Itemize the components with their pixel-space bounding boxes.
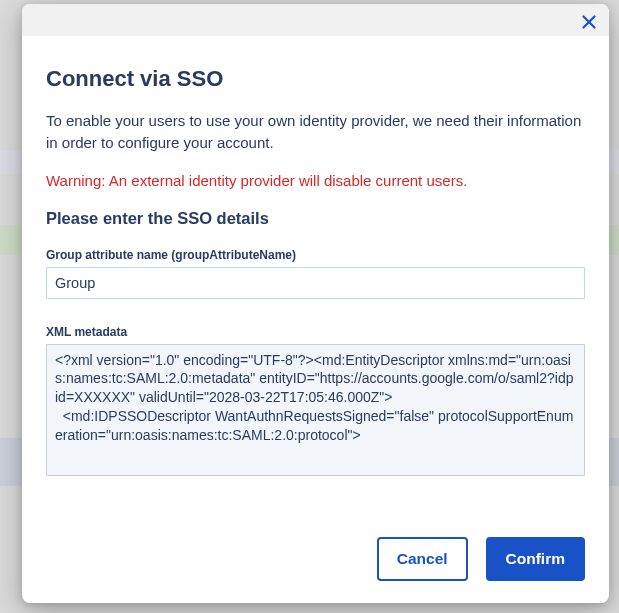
intro-text: To enable your users to use your own ide… (46, 110, 585, 154)
sso-connect-modal: Connect via SSO To enable your users to … (22, 4, 609, 603)
close-icon (581, 14, 597, 30)
xml-metadata-input[interactable]: <?xml version="1.0" encoding="UTF-8"?><m… (46, 344, 585, 476)
group-attribute-field-group: Group attribute name (groupAttributeName… (46, 248, 585, 299)
sso-details-heading: Please enter the SSO details (46, 209, 585, 228)
background-decoration (0, 150, 22, 174)
background-decoration (609, 150, 619, 174)
modal-header (22, 4, 609, 36)
confirm-button[interactable]: Confirm (486, 537, 585, 581)
modal-title: Connect via SSO (46, 66, 585, 92)
cancel-button[interactable]: Cancel (377, 537, 468, 581)
warning-text: Warning: An external identity provider w… (46, 170, 585, 191)
modal-body: Connect via SSO To enable your users to … (22, 36, 609, 523)
group-attribute-label: Group attribute name (groupAttributeName… (46, 248, 585, 262)
group-attribute-input[interactable] (46, 267, 585, 299)
close-button[interactable] (577, 10, 601, 34)
xml-metadata-label: XML metadata (46, 325, 585, 339)
modal-footer: Cancel Confirm (22, 523, 609, 603)
xml-metadata-field-group: XML metadata <?xml version="1.0" encodin… (46, 325, 585, 480)
